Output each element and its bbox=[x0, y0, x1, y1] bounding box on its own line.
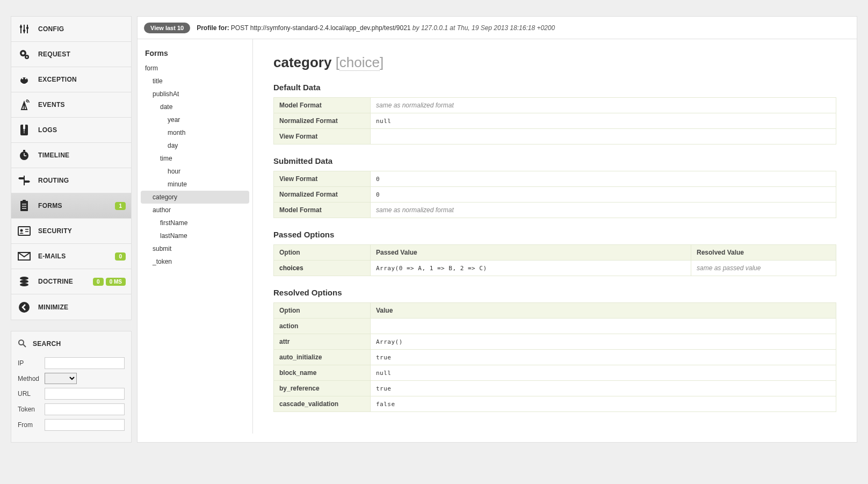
cell-option: attr bbox=[274, 334, 371, 350]
cell-value: same as normalized format bbox=[371, 98, 836, 113]
sidebar-item-security[interactable]: SECURITY bbox=[11, 219, 131, 244]
table-row: Model Formatsame as normalized format bbox=[274, 98, 836, 113]
sidebar-item-logs[interactable]: !LOGS bbox=[11, 118, 131, 143]
table-row: Model Formatsame as normalized format bbox=[274, 203, 836, 218]
cell-key: View Format bbox=[274, 171, 371, 187]
cell-option: by_reference bbox=[274, 381, 371, 396]
cell-value: true bbox=[371, 381, 836, 396]
tree-item-minute[interactable]: minute bbox=[138, 178, 252, 191]
svg-point-35 bbox=[20, 280, 28, 283]
svg-point-4 bbox=[23, 30, 25, 32]
tree-item-firstName[interactable]: firstName bbox=[138, 216, 252, 229]
svg-point-3 bbox=[20, 26, 22, 28]
method-select[interactable] bbox=[45, 373, 77, 384]
svg-point-30 bbox=[20, 229, 23, 232]
cell-option: action bbox=[274, 319, 371, 334]
cell-key: Normalized Format bbox=[274, 187, 371, 203]
signpost-icon bbox=[17, 173, 32, 188]
default-data-heading: Default Data bbox=[273, 83, 836, 92]
svg-point-7 bbox=[22, 52, 25, 55]
db-icon bbox=[17, 274, 32, 289]
table-row: Normalized Format0 bbox=[274, 187, 836, 203]
cell-option: choices bbox=[274, 261, 371, 276]
page-title: category [choice] bbox=[273, 54, 836, 71]
passed-options-table: OptionPassed ValueResolved Value choices… bbox=[273, 244, 836, 276]
clock-icon bbox=[17, 148, 32, 163]
sidebar-item-label: REQUEST bbox=[38, 50, 126, 58]
content-area: View last 10 Profile for: POST http://sy… bbox=[137, 16, 857, 443]
sidebar-item-doctrine[interactable]: DOCTRINE00 MS bbox=[11, 269, 131, 294]
submitted-data-heading: Submitted Data bbox=[273, 156, 836, 165]
tree-item-form[interactable]: form bbox=[138, 62, 252, 75]
cell-option: cascade_validation bbox=[274, 396, 371, 412]
table-row: View Format0 bbox=[274, 171, 836, 187]
sidebar: CONFIGREQUESTEXCEPTIONEVENTS!LOGSTIMELIN… bbox=[11, 16, 132, 443]
ip-label: IP bbox=[18, 359, 45, 367]
sidebar-item-label: SECURITY bbox=[38, 227, 126, 235]
cell-option: auto_initialize bbox=[274, 350, 371, 365]
col-header: Option bbox=[274, 245, 371, 261]
from-input[interactable] bbox=[45, 419, 125, 431]
col-header: Resolved Value bbox=[691, 245, 836, 261]
sidebar-item-label: EVENTS bbox=[38, 101, 126, 109]
view-last-button[interactable]: View last 10 bbox=[144, 23, 190, 33]
id-icon bbox=[17, 223, 32, 239]
sidebar-item-request[interactable]: REQUEST bbox=[11, 42, 131, 67]
clipboard-icon bbox=[17, 198, 32, 213]
token-input[interactable] bbox=[45, 403, 125, 415]
table-row: View Format bbox=[274, 129, 836, 145]
from-label: From bbox=[18, 421, 45, 429]
table-row: attrArray() bbox=[274, 334, 836, 350]
sidebar-item-config[interactable]: CONFIG bbox=[11, 17, 131, 42]
sidebar-item-label: MINIMIZE bbox=[38, 304, 126, 311]
ip-input[interactable] bbox=[45, 357, 125, 369]
svg-point-5 bbox=[26, 27, 28, 29]
table-row: choicesArray(0 => A, 1 => B, 2 => C)same… bbox=[274, 261, 836, 276]
book-icon: ! bbox=[17, 122, 32, 138]
sidebar-item-events[interactable]: EVENTS bbox=[11, 92, 131, 118]
antenna-icon bbox=[17, 97, 32, 112]
table-row: Normalized Formatnull bbox=[274, 113, 836, 129]
sidebar-item-routing[interactable]: ROUTING bbox=[11, 168, 131, 193]
profile-header: View last 10 Profile for: POST http://sy… bbox=[138, 17, 857, 39]
tree-item-year[interactable]: year bbox=[138, 113, 252, 126]
resolved-options-heading: Resolved Options bbox=[273, 288, 836, 297]
tree-item-title[interactable]: title bbox=[138, 75, 252, 88]
cell-value: 0 bbox=[371, 171, 836, 187]
tree-item-date[interactable]: date bbox=[138, 100, 252, 113]
sidebar-item-label: ROUTING bbox=[38, 177, 126, 184]
sidebar-item-forms[interactable]: FORMS1 bbox=[11, 193, 131, 219]
svg-line-39 bbox=[23, 344, 26, 347]
sidebar-item-exception[interactable]: EXCEPTION bbox=[11, 67, 131, 92]
sidebar-item-minimize[interactable]: MINIMIZE bbox=[11, 294, 131, 320]
tree-item-lastName[interactable]: lastName bbox=[138, 229, 252, 242]
form-tree: Forms formtitlepublishAtdateyearmonthday… bbox=[138, 39, 253, 434]
cell-value: null bbox=[371, 113, 836, 129]
url-input[interactable] bbox=[45, 388, 125, 400]
table-row: by_referencetrue bbox=[274, 381, 836, 396]
sidebar-item-timeline[interactable]: TIMELINE bbox=[11, 143, 131, 168]
tree-item-hour[interactable]: hour bbox=[138, 165, 252, 178]
tree-item-category[interactable]: category bbox=[141, 191, 249, 204]
sidebar-item-e-mails[interactable]: E-MAILS0 bbox=[11, 244, 131, 269]
cell-value: false bbox=[371, 396, 836, 412]
tree-item-month[interactable]: month bbox=[138, 126, 252, 139]
table-row: action bbox=[274, 319, 836, 334]
form-tree-title: Forms bbox=[138, 49, 252, 62]
bug-icon bbox=[17, 72, 32, 87]
tree-item-publishAt[interactable]: publishAt bbox=[138, 88, 252, 100]
cell-resolved: same as passed value bbox=[691, 261, 836, 276]
tree-item-day[interactable]: day bbox=[138, 139, 252, 152]
tree-item-_token[interactable]: _token bbox=[138, 255, 252, 268]
table-row: cascade_validationfalse bbox=[274, 396, 836, 412]
cell-key: Model Format bbox=[274, 203, 371, 218]
cell-key: Model Format bbox=[274, 98, 371, 113]
tree-item-author[interactable]: author bbox=[138, 204, 252, 216]
tree-item-time[interactable]: time bbox=[138, 152, 252, 165]
search-panel: SEARCH IP Method URL Token From bbox=[11, 331, 132, 443]
tree-item-submit[interactable]: submit bbox=[138, 242, 252, 255]
chevron-left-icon bbox=[17, 300, 32, 315]
passed-options-heading: Passed Options bbox=[273, 230, 836, 239]
svg-rect-29 bbox=[18, 227, 30, 235]
cell-value bbox=[371, 319, 836, 334]
